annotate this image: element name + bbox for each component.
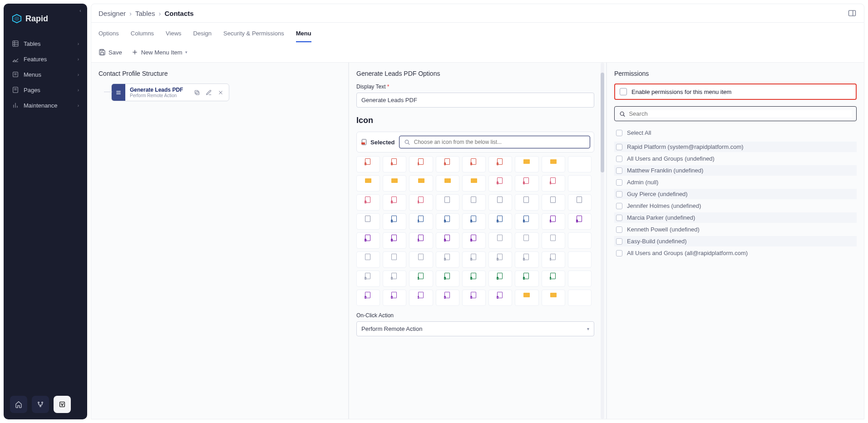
permission-checkbox[interactable] <box>616 203 622 209</box>
sidebar-collapse-toggle[interactable]: ‹ <box>76 6 84 15</box>
icon-option[interactable] <box>488 194 512 211</box>
permissions-search-input[interactable] <box>629 110 852 117</box>
display-text-input[interactable] <box>356 93 594 108</box>
icon-option[interactable]: ▪ <box>383 156 406 172</box>
icon-option[interactable]: ▪ <box>488 251 512 268</box>
new-menu-item-button[interactable]: New Menu Item ▾ <box>131 49 187 56</box>
select-all-checkbox[interactable] <box>616 130 622 136</box>
icon-option[interactable]: ▪ <box>515 251 538 268</box>
save-button[interactable]: Save <box>99 49 122 56</box>
icon-option[interactable]: ▪ <box>356 290 380 306</box>
icon-option[interactable]: ▪ <box>356 194 380 211</box>
icon-option[interactable] <box>515 194 538 211</box>
icon-search-input[interactable] <box>414 139 585 145</box>
icon-option[interactable] <box>383 251 406 268</box>
icon-option[interactable]: ▪ <box>515 213 538 230</box>
icon-option[interactable]: ▪ <box>488 156 512 172</box>
panel-layout-icon[interactable] <box>848 9 857 18</box>
permission-row[interactable]: All Users and Groups (all@rapidplatform.… <box>614 248 857 258</box>
icon-option[interactable]: ▪ <box>409 213 433 230</box>
icon-option[interactable] <box>568 175 592 192</box>
icon-option[interactable]: ▪ <box>462 290 486 306</box>
icon-option[interactable]: ▪ <box>356 271 380 287</box>
icon-option[interactable] <box>436 175 459 192</box>
icon-option[interactable] <box>409 175 433 192</box>
icon-option[interactable] <box>568 156 592 172</box>
permission-checkbox[interactable] <box>616 215 622 221</box>
tab-security-permissions[interactable]: Security & Permissions <box>223 27 284 42</box>
scrollbar-thumb[interactable] <box>601 73 604 172</box>
icon-option[interactable]: ▪ <box>409 156 433 172</box>
select-all-row[interactable]: Select All <box>614 128 857 138</box>
icon-option[interactable]: ▪ <box>488 290 512 306</box>
icon-option[interactable]: ▪ <box>462 232 486 249</box>
icon-option[interactable]: ▪ <box>356 232 380 249</box>
tab-menu[interactable]: Menu <box>296 27 311 42</box>
icon-option[interactable]: ▪ <box>488 175 512 192</box>
permission-row[interactable]: Marcia Parker (undefined) <box>614 212 857 223</box>
icon-option[interactable] <box>383 175 406 192</box>
delete-icon[interactable] <box>215 87 226 98</box>
icon-option[interactable]: ▪ <box>436 156 459 172</box>
edit-icon[interactable] <box>203 87 214 98</box>
permission-row[interactable]: Kenneth Powell (undefined) <box>614 224 857 235</box>
permissions-search[interactable] <box>614 106 857 121</box>
icon-option[interactable] <box>568 271 592 287</box>
icon-option[interactable] <box>568 251 592 268</box>
on-click-action-select[interactable]: Perform Remote Action ▾ <box>356 321 594 336</box>
icon-option[interactable]: ▪ <box>462 271 486 287</box>
permission-row[interactable]: All Users and Groups (undefined) <box>614 153 857 164</box>
icon-option[interactable] <box>542 156 565 172</box>
icon-option[interactable]: ▪ <box>568 213 592 230</box>
permission-checkbox[interactable] <box>616 238 622 245</box>
icon-option[interactable] <box>436 194 459 211</box>
icon-option[interactable]: ▪ <box>542 175 565 192</box>
icon-option[interactable] <box>515 156 538 172</box>
tab-design[interactable]: Design <box>193 27 212 42</box>
permission-checkbox[interactable] <box>616 144 622 150</box>
breadcrumb-tables[interactable]: Tables <box>135 10 155 17</box>
drag-handle-icon[interactable] <box>112 84 125 101</box>
sidebar-item-maintenance[interactable]: Maintenance› <box>6 98 84 113</box>
icon-option[interactable]: ▪ <box>542 213 565 230</box>
permission-checkbox[interactable] <box>616 156 622 162</box>
icon-option[interactable] <box>515 232 538 249</box>
icon-option[interactable] <box>542 232 565 249</box>
icon-option[interactable]: ▪ <box>409 271 433 287</box>
icon-option[interactable]: ▪ <box>409 194 433 211</box>
branch-button[interactable] <box>32 396 49 413</box>
icon-option[interactable]: ▪ <box>383 232 406 249</box>
icon-option[interactable]: ▪ <box>383 290 406 306</box>
icon-option[interactable]: ▪ <box>462 251 486 268</box>
icon-option[interactable]: ▪ <box>436 232 459 249</box>
icon-option[interactable]: ▪ <box>409 232 433 249</box>
permission-checkbox[interactable] <box>616 191 622 197</box>
breadcrumb-designer[interactable]: Designer <box>99 10 126 17</box>
permission-checkbox[interactable] <box>616 226 622 233</box>
enable-permissions-box[interactable]: Enable permissions for this menu item <box>614 84 857 100</box>
permission-row[interactable]: Jennifer Holmes (undefined) <box>614 201 857 211</box>
icon-option[interactable]: ▪ <box>383 213 406 230</box>
icon-option[interactable]: ▪ <box>436 271 459 287</box>
icon-option[interactable]: ▪ <box>488 271 512 287</box>
designer-mode-button[interactable] <box>54 396 71 413</box>
options-scroll[interactable]: Display Text * Icon Selected ▪▪▪▪▪▪▪ <box>356 84 599 412</box>
duplicate-icon[interactable] <box>192 87 202 98</box>
tab-views[interactable]: Views <box>166 27 181 42</box>
icon-option[interactable]: ▪ <box>542 271 565 287</box>
icon-option[interactable] <box>462 175 486 192</box>
icon-option[interactable] <box>568 232 592 249</box>
icon-option[interactable] <box>356 213 380 230</box>
icon-option[interactable] <box>462 194 486 211</box>
icon-option[interactable] <box>488 232 512 249</box>
icon-option[interactable]: ▪ <box>436 251 459 268</box>
icon-option[interactable]: ▪ <box>383 194 406 211</box>
icon-option[interactable]: ▪ <box>436 213 459 230</box>
tab-options[interactable]: Options <box>99 27 119 42</box>
icon-option[interactable]: ▪ <box>515 175 538 192</box>
permission-row[interactable]: Matthew Franklin (undefined) <box>614 165 857 176</box>
sidebar-item-tables[interactable]: Tables› <box>6 36 84 51</box>
icon-option[interactable] <box>409 251 433 268</box>
icon-option[interactable] <box>515 290 538 306</box>
sidebar-item-pages[interactable]: Pages› <box>6 83 84 97</box>
